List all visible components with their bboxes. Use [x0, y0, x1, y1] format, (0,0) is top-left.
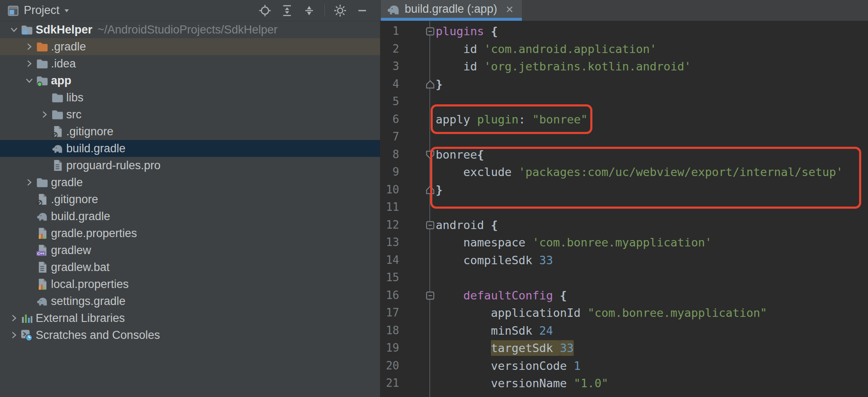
code-text: compileSdk 33	[436, 252, 553, 269]
tab-build-gradle-app[interactable]: build.gradle (:app)	[381, 0, 522, 21]
tree-item-scratches-and-consoles[interactable]: Scratches and Consoles	[0, 327, 380, 344]
code-line-3[interactable]: 3 id 'org.jetbrains.kotlin.android'	[380, 58, 868, 75]
code-line-12[interactable]: 12android {	[380, 216, 868, 234]
code-line-21[interactable]: 21 versionName "1.0"	[380, 375, 868, 392]
code-line-19[interactable]: 19 targetSdk 33	[380, 339, 868, 357]
code-line-11[interactable]: 11	[380, 198, 868, 216]
fold-marker-minus-icon[interactable]	[426, 291, 434, 300]
settings-icon[interactable]	[333, 4, 347, 17]
line-number: 17	[380, 304, 399, 322]
folder-project-icon	[20, 23, 33, 36]
chevron-placeholder	[38, 125, 51, 138]
folder-icon	[51, 91, 64, 104]
tree-item-label: proguard-rules.pro	[66, 159, 161, 172]
tree-item-label: settings.gradle	[51, 295, 126, 308]
gutter-fold-column	[399, 181, 436, 199]
svg-text:C++: C++	[37, 252, 45, 256]
tree-item-external-libraries[interactable]: External Libraries	[0, 310, 380, 327]
token: {	[560, 289, 567, 302]
code-line-10[interactable]: 10}	[380, 181, 868, 199]
token: :	[519, 113, 533, 126]
fold-marker-minus-icon[interactable]	[426, 221, 434, 229]
tree-item-gradle-properties[interactable]: gradle.properties	[0, 225, 380, 242]
code-text: versionName "1.0"	[436, 375, 608, 392]
chevron-right-icon[interactable]	[8, 312, 20, 324]
code-line-8[interactable]: 8bonree{	[380, 146, 868, 164]
chevron-down-icon[interactable]	[23, 74, 36, 87]
code-line-20[interactable]: 20 versionCode 1	[380, 357, 868, 375]
tree-item--gitignore[interactable]: .gitignore	[0, 123, 380, 140]
code-area: 1plugins {2 id 'com.android.application'…	[380, 21, 868, 392]
code-line-9[interactable]: 9 exclude 'packages:com/uc/webview/expor…	[380, 163, 868, 181]
tree-item-sdkhelper[interactable]: SdkHelper~/AndroidStudioProjects/SdkHelp…	[0, 21, 380, 38]
locate-icon[interactable]	[258, 4, 272, 17]
tree-item-app[interactable]: app	[0, 72, 380, 89]
fold-marker-end-icon[interactable]	[426, 80, 434, 89]
line-number: 12	[380, 216, 399, 234]
code-line-1[interactable]: 1plugins {	[380, 22, 868, 40]
tree-item-build-gradle[interactable]: build.gradle	[0, 208, 380, 225]
tree-item--gitignore[interactable]: .gitignore	[0, 191, 380, 208]
gutter-fold-column	[399, 357, 436, 375]
code-text: android {	[436, 216, 498, 234]
code-line-4[interactable]: 4}	[380, 75, 868, 93]
textfile-icon	[51, 159, 64, 172]
tree-item-src[interactable]: src	[0, 106, 380, 123]
hide-icon[interactable]	[355, 4, 369, 17]
active-tab-underline	[381, 18, 522, 21]
code-text: namespace 'com.bonree.myapplication'	[436, 234, 712, 252]
chevron-right-icon[interactable]	[38, 108, 51, 121]
code-line-17[interactable]: 17 applicationId "com.bonree.myapplicati…	[380, 304, 868, 322]
tree-item-label: .gradle	[51, 40, 86, 53]
project-tree: SdkHelper~/AndroidStudioProjects/SdkHelp…	[0, 21, 380, 344]
chevron-right-icon[interactable]	[23, 57, 36, 70]
editor-body[interactable]: 1plugins {2 id 'com.android.application'…	[380, 21, 868, 397]
tree-item-gradle[interactable]: gradle	[0, 174, 380, 191]
chevron-placeholder	[38, 91, 51, 104]
code-text: apply plugin: "bonree"	[436, 111, 588, 129]
code-line-16[interactable]: 16 defaultConfig {	[380, 287, 868, 305]
tree-item--idea[interactable]: .idea	[0, 55, 380, 72]
tree-item-proguard-rules-pro[interactable]: proguard-rules.pro	[0, 157, 380, 174]
scratches-icon	[20, 329, 33, 341]
gutter-fold-column	[399, 58, 436, 75]
code-line-18[interactable]: 18 minSdk 24	[380, 322, 868, 340]
tree-item-gradlew-bat[interactable]: gradlew.bat	[0, 259, 380, 276]
line-number: 18	[380, 322, 399, 340]
chevron-right-icon[interactable]	[23, 176, 36, 189]
code-line-15[interactable]: 15	[380, 269, 868, 287]
code-line-14[interactable]: 14 compileSdk 33	[380, 252, 868, 269]
tree-item-local-properties[interactable]: local.properties	[0, 276, 380, 293]
token: {	[491, 218, 498, 232]
chevron-down-icon[interactable]	[63, 7, 70, 14]
tree-item-settings-gradle[interactable]: settings.gradle	[0, 293, 380, 310]
gutter-fold-column	[399, 234, 436, 252]
close-icon[interactable]	[504, 4, 515, 15]
token: {	[477, 148, 484, 161]
code-line-13[interactable]: 13 namespace 'com.bonree.myapplication'	[380, 234, 868, 252]
panel-title[interactable]: Project	[24, 4, 59, 17]
collapse-all-icon[interactable]	[302, 4, 316, 17]
tree-item-label: app	[51, 74, 71, 87]
tree-item-build-gradle[interactable]: build.gradle	[0, 140, 380, 157]
fold-marker-down-icon[interactable]	[426, 151, 434, 159]
tree-item-gradlew[interactable]: C++gradlew	[0, 242, 380, 259]
code-line-6[interactable]: 6apply plugin: "bonree"	[380, 111, 868, 129]
line-number: 19	[380, 339, 399, 357]
editor-area: build.gradle (:app) 1plugins {2 id 'com.…	[380, 0, 868, 397]
fold-marker-minus-icon[interactable]	[426, 27, 434, 36]
token: apply	[436, 113, 477, 126]
chevron-down-icon[interactable]	[8, 23, 20, 36]
chevron-right-icon[interactable]	[23, 40, 36, 53]
gutter-fold-column	[399, 146, 436, 164]
fold-marker-end-icon[interactable]	[426, 186, 434, 194]
tree-item--gradle[interactable]: .gradle	[0, 38, 380, 55]
token: 'org.jetbrains.kotlin.android'	[484, 60, 691, 73]
token: id	[436, 42, 484, 56]
chevron-right-icon[interactable]	[8, 329, 20, 341]
code-line-2[interactable]: 2 id 'com.android.application'	[380, 40, 868, 58]
code-line-5[interactable]: 5	[380, 93, 868, 111]
tree-item-libs[interactable]: libs	[0, 89, 380, 106]
expand-all-icon[interactable]	[280, 4, 294, 17]
code-line-7[interactable]: 7	[380, 128, 868, 146]
